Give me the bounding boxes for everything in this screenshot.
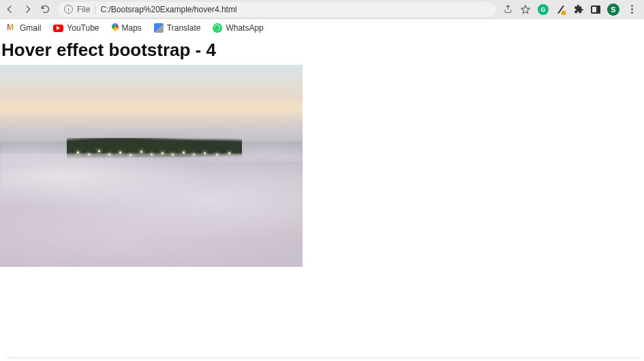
share-icon[interactable] xyxy=(502,4,513,15)
youtube-icon xyxy=(53,25,63,32)
reload-button[interactable] xyxy=(40,4,50,15)
address-url: C:/Bootsrap%20Example/hover4.html xyxy=(100,5,236,14)
bookmark-label: WhatsApp xyxy=(226,23,263,33)
maps-icon xyxy=(112,23,119,33)
back-button[interactable] xyxy=(4,4,15,15)
bookmark-star-icon[interactable] xyxy=(520,4,531,15)
page-content: Hover effect bootstrap - 4 xyxy=(0,37,644,267)
whatsapp-icon xyxy=(213,23,222,33)
side-panel-icon[interactable] xyxy=(591,5,600,14)
bookmark-translate[interactable]: Translate xyxy=(154,23,201,33)
extensions-icon[interactable] xyxy=(573,4,584,15)
extension-wand-icon[interactable] xyxy=(555,4,566,15)
toolbar-right: G S xyxy=(500,3,640,16)
avatar-initial: S xyxy=(611,5,615,14)
gmail-icon xyxy=(7,25,16,31)
chrome-menu-icon[interactable] xyxy=(626,4,637,15)
forward-button[interactable] xyxy=(22,4,33,15)
status-bar-divider xyxy=(7,358,641,358)
extension-grammarly-icon[interactable]: G xyxy=(538,4,549,15)
bookmark-label: YouTube xyxy=(67,23,99,33)
nav-arrows xyxy=(4,4,53,15)
site-info-icon[interactable]: i xyxy=(64,5,73,14)
bookmark-bar: Gmail YouTube Maps Translate WhatsApp xyxy=(0,19,644,37)
address-bar[interactable]: i File | C:/Bootsrap%20Example/hover4.ht… xyxy=(57,2,495,17)
bookmark-label: Maps xyxy=(122,23,142,33)
bookmark-youtube[interactable]: YouTube xyxy=(53,23,99,33)
profile-avatar[interactable]: S xyxy=(607,3,619,16)
bookmark-gmail[interactable]: Gmail xyxy=(7,23,41,33)
bookmark-whatsapp[interactable]: WhatsApp xyxy=(213,23,263,33)
address-scheme: File xyxy=(77,5,90,14)
browser-toolbar: i File | C:/Bootsrap%20Example/hover4.ht… xyxy=(0,0,644,19)
translate-icon xyxy=(154,23,164,33)
hover-effect-image[interactable] xyxy=(0,65,303,267)
bookmark-maps[interactable]: Maps xyxy=(112,23,142,33)
bookmark-label: Translate xyxy=(167,23,201,33)
page-heading: Hover effect bootstrap - 4 xyxy=(0,40,644,61)
bookmark-label: Gmail xyxy=(20,23,41,33)
address-separator: | xyxy=(94,5,96,14)
